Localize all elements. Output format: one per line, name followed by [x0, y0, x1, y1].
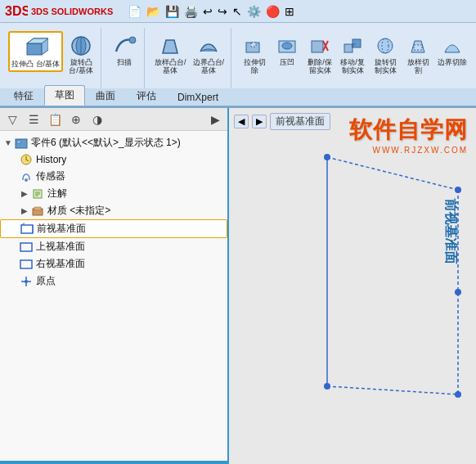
new-icon[interactable]: 📄 — [128, 5, 141, 18]
svg-point-28 — [25, 178, 28, 182]
undo-icon[interactable]: ↩ — [203, 5, 213, 18]
tab-sketch[interactable]: 草图 — [44, 85, 85, 106]
tree-item-right-plane[interactable]: 右视基准面 — [0, 255, 227, 273]
move-copy-label: 移动/复制实体 — [340, 59, 365, 75]
top-plane-label: 上视基准面 — [36, 240, 85, 254]
sensor-icon — [20, 170, 33, 183]
extrude-boss-label: 拉伸凸 台/基体 — [11, 61, 60, 69]
ribbon: 拉伸凸 台/基体 旋转凸台/基体 — [0, 23, 476, 108]
settings-icon[interactable]: ⚙️ — [247, 5, 261, 18]
ribbon-content: 拉伸凸 台/基体 旋转凸台/基体 — [0, 23, 476, 88]
viewport[interactable]: 软件自学网 WWW.RJZXW.COM ◀ ▶ 前视基准面 — [229, 108, 476, 464]
logo-text: 3DS SOLIDWORKS — [31, 7, 113, 16]
redo-icon[interactable]: ↪ — [218, 5, 227, 18]
boundary-cut-label: 边界切除 — [438, 59, 467, 67]
loft-icon — [157, 33, 183, 59]
plane-drawing — [294, 141, 476, 419]
cavity-label: 压凹 — [280, 59, 294, 67]
list-view-button[interactable]: ☰ — [25, 110, 43, 128]
tab-evaluate[interactable]: 评估 — [126, 86, 167, 106]
sensor-label: 传感器 — [36, 169, 65, 183]
tab-features[interactable]: 特征 — [3, 86, 44, 106]
svg-marker-8 — [163, 40, 177, 53]
extrude-cut-button[interactable]: 拉伸切除 — [240, 31, 269, 77]
filter-button[interactable]: ▽ — [3, 110, 21, 128]
extrude-boss-icon — [23, 34, 49, 61]
svg-point-42 — [25, 280, 28, 283]
watermark-main: 软件自学网 — [349, 115, 468, 146]
right-plane-label: 右视基准面 — [36, 257, 85, 271]
loft-cut-icon — [405, 33, 431, 59]
svg-point-7 — [129, 37, 136, 43]
panel-toolbar: ▽ ☰ 📋 ⊕ ◑ ▶ — [0, 108, 227, 131]
tab-surface[interactable]: 曲面 — [85, 86, 126, 106]
svg-line-46 — [327, 386, 458, 394]
current-view-label: 前视基准面 — [270, 113, 330, 130]
loft-cut-button[interactable]: 放样切割 — [403, 31, 433, 77]
boundary-cut-button[interactable]: 边界切除 — [436, 31, 469, 69]
svg-point-14 — [282, 43, 292, 49]
tree-item-annotation[interactable]: ▶ 注解 — [0, 185, 227, 202]
extrude-cut-icon — [241, 33, 267, 59]
target-button[interactable]: ⊕ — [67, 110, 85, 128]
tree-root[interactable]: ▼ 零件6 (默认<<默认>_显示状态 1>) — [0, 134, 227, 151]
view-next-button[interactable]: ▶ — [252, 115, 267, 128]
cuts-group: 拉伸切除 压凹 — [235, 28, 476, 88]
viewport-header: ◀ ▶ 前视基准面 — [234, 113, 330, 130]
pointer-icon[interactable]: ↖ — [232, 5, 242, 18]
history-icon — [20, 153, 33, 166]
root-label: 零件6 (默认<<默认>_显示状态 1>) — [31, 136, 181, 150]
tree-item-sensor[interactable]: 传感器 — [0, 168, 227, 185]
tree-item-top-plane[interactable]: 上视基准面 — [0, 238, 227, 255]
plane-label: 前视基准面 — [442, 199, 459, 264]
revolve-boss-button[interactable]: 旋转凸台/基体 — [66, 31, 96, 77]
svg-rect-34 — [34, 207, 41, 210]
save-icon[interactable]: 💾 — [165, 5, 179, 18]
main-content: ▽ ☰ 📋 ⊕ ◑ ▶ ▼ 零件6 (默认<<默认>_显示状态 1>) — [0, 108, 476, 464]
svg-text:3DS: 3DS — [5, 4, 28, 18]
svg-rect-39 — [20, 260, 32, 268]
revolve-cut-icon — [372, 33, 398, 59]
material-label: 材质 <未指定> — [47, 204, 110, 218]
tree-view-button[interactable]: 📋 — [46, 110, 64, 128]
panel-resize-handle[interactable] — [0, 461, 227, 464]
tree-item-origin[interactable]: 原点 — [0, 273, 227, 290]
svg-point-50 — [455, 391, 461, 398]
sweep-label: 扫描 — [117, 59, 132, 67]
boundary-boss-button[interactable]: 边界凸台/基体 — [191, 31, 227, 77]
tree-item-material[interactable]: ▶ 材质 <未指定> — [0, 202, 227, 219]
svg-line-44 — [327, 157, 458, 190]
extrude-boss-button[interactable]: 拉伸凸 台/基体 — [8, 31, 63, 72]
watermark-sub: WWW.RJZXW.COM — [349, 146, 468, 155]
svg-rect-15 — [312, 41, 323, 52]
expand-panel-button[interactable]: ▶ — [206, 110, 224, 128]
cavity-button[interactable]: 压凹 — [272, 31, 302, 69]
tree-item-front-plane[interactable]: 前视基准面 — [0, 219, 227, 238]
loft-button[interactable]: 放样凸台/基体 — [153, 31, 188, 77]
feature-tree: ▼ 零件6 (默认<<默认>_显示状态 1>) — [0, 131, 227, 461]
watermark: 软件自学网 WWW.RJZXW.COM — [349, 115, 468, 155]
sweep-button[interactable]: 扫描 — [110, 31, 139, 69]
tree-item-history[interactable]: History — [0, 151, 227, 168]
origin-icon — [20, 275, 33, 288]
grid-icon[interactable]: ⊞ — [285, 5, 294, 18]
delete-body-button[interactable]: 删除/保留实体 — [305, 31, 335, 77]
annotation-expand-icon: ▶ — [20, 189, 29, 199]
right-plane-icon — [20, 258, 33, 271]
fillet-button[interactable]: 圆角 — [472, 31, 476, 69]
top-bar: 3DS 3DS SOLIDWORKS 📄 📂 💾 🖨️ ↩ ↪ ↖ ⚙️ 🔴 ⊞ — [0, 0, 476, 23]
history-label: History — [36, 154, 66, 165]
loft-label: 放样凸台/基体 — [155, 59, 186, 75]
print-icon[interactable]: 🖨️ — [184, 5, 198, 18]
front-plane-icon — [20, 223, 34, 236]
view-prev-button[interactable]: ◀ — [234, 115, 249, 128]
revolve-cut-button[interactable]: 旋转切制实体 — [370, 31, 400, 77]
pie-chart-button[interactable]: ◑ — [88, 110, 106, 128]
front-plane-label: 前视基准面 — [37, 222, 86, 236]
traffic-light-icon[interactable]: 🔴 — [266, 5, 280, 18]
tab-dimxpert[interactable]: DimXpert — [167, 88, 229, 106]
move-copy-button[interactable]: 移动/复制实体 — [338, 31, 367, 77]
root-expand-icon: ▼ — [3, 138, 13, 148]
delete-body-icon — [307, 33, 333, 59]
open-icon[interactable]: 📂 — [146, 5, 160, 18]
